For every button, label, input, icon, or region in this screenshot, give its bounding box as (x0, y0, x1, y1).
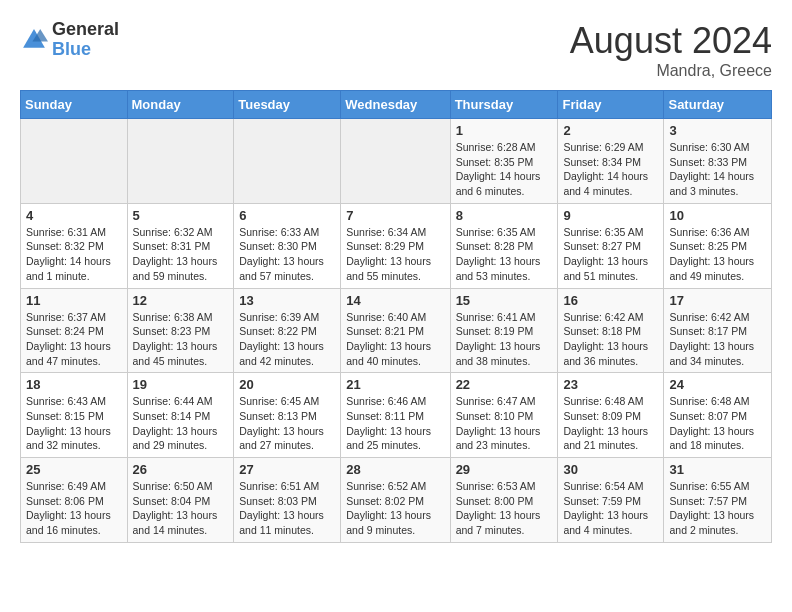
calendar-cell: 29Sunrise: 6:53 AM Sunset: 8:00 PM Dayli… (450, 458, 558, 543)
calendar-week-1: 1Sunrise: 6:28 AM Sunset: 8:35 PM Daylig… (21, 119, 772, 204)
calendar-cell (341, 119, 450, 204)
day-number: 5 (133, 208, 229, 223)
logo-blue: Blue (52, 40, 119, 60)
day-number: 11 (26, 293, 122, 308)
calendar-body: 1Sunrise: 6:28 AM Sunset: 8:35 PM Daylig… (21, 119, 772, 543)
calendar-header: Sunday Monday Tuesday Wednesday Thursday… (21, 91, 772, 119)
logo-icon (20, 26, 48, 54)
day-number: 29 (456, 462, 553, 477)
calendar-cell: 13Sunrise: 6:39 AM Sunset: 8:22 PM Dayli… (234, 288, 341, 373)
day-info: Sunrise: 6:44 AM Sunset: 8:14 PM Dayligh… (133, 394, 229, 453)
day-info: Sunrise: 6:39 AM Sunset: 8:22 PM Dayligh… (239, 310, 335, 369)
day-number: 30 (563, 462, 658, 477)
calendar-week-5: 25Sunrise: 6:49 AM Sunset: 8:06 PM Dayli… (21, 458, 772, 543)
calendar-cell: 11Sunrise: 6:37 AM Sunset: 8:24 PM Dayli… (21, 288, 128, 373)
day-number: 16 (563, 293, 658, 308)
day-info: Sunrise: 6:42 AM Sunset: 8:17 PM Dayligh… (669, 310, 766, 369)
day-info: Sunrise: 6:55 AM Sunset: 7:57 PM Dayligh… (669, 479, 766, 538)
calendar-cell: 9Sunrise: 6:35 AM Sunset: 8:27 PM Daylig… (558, 203, 664, 288)
page-header: General Blue August 2024 Mandra, Greece (20, 20, 772, 80)
day-info: Sunrise: 6:29 AM Sunset: 8:34 PM Dayligh… (563, 140, 658, 199)
day-info: Sunrise: 6:51 AM Sunset: 8:03 PM Dayligh… (239, 479, 335, 538)
day-info: Sunrise: 6:38 AM Sunset: 8:23 PM Dayligh… (133, 310, 229, 369)
calendar-cell: 1Sunrise: 6:28 AM Sunset: 8:35 PM Daylig… (450, 119, 558, 204)
logo-text: General Blue (52, 20, 119, 60)
calendar-cell: 26Sunrise: 6:50 AM Sunset: 8:04 PM Dayli… (127, 458, 234, 543)
calendar-cell: 20Sunrise: 6:45 AM Sunset: 8:13 PM Dayli… (234, 373, 341, 458)
day-number: 9 (563, 208, 658, 223)
day-info: Sunrise: 6:34 AM Sunset: 8:29 PM Dayligh… (346, 225, 444, 284)
calendar-cell: 25Sunrise: 6:49 AM Sunset: 8:06 PM Dayli… (21, 458, 128, 543)
day-number: 14 (346, 293, 444, 308)
day-info: Sunrise: 6:33 AM Sunset: 8:30 PM Dayligh… (239, 225, 335, 284)
calendar-cell: 31Sunrise: 6:55 AM Sunset: 7:57 PM Dayli… (664, 458, 772, 543)
day-info: Sunrise: 6:36 AM Sunset: 8:25 PM Dayligh… (669, 225, 766, 284)
calendar-cell: 30Sunrise: 6:54 AM Sunset: 7:59 PM Dayli… (558, 458, 664, 543)
day-info: Sunrise: 6:41 AM Sunset: 8:19 PM Dayligh… (456, 310, 553, 369)
day-number: 31 (669, 462, 766, 477)
calendar-cell: 7Sunrise: 6:34 AM Sunset: 8:29 PM Daylig… (341, 203, 450, 288)
calendar-cell: 16Sunrise: 6:42 AM Sunset: 8:18 PM Dayli… (558, 288, 664, 373)
day-number: 26 (133, 462, 229, 477)
day-number: 12 (133, 293, 229, 308)
calendar-cell: 23Sunrise: 6:48 AM Sunset: 8:09 PM Dayli… (558, 373, 664, 458)
calendar-week-3: 11Sunrise: 6:37 AM Sunset: 8:24 PM Dayli… (21, 288, 772, 373)
calendar-cell: 15Sunrise: 6:41 AM Sunset: 8:19 PM Dayli… (450, 288, 558, 373)
day-info: Sunrise: 6:49 AM Sunset: 8:06 PM Dayligh… (26, 479, 122, 538)
day-number: 8 (456, 208, 553, 223)
calendar-cell: 22Sunrise: 6:47 AM Sunset: 8:10 PM Dayli… (450, 373, 558, 458)
day-number: 6 (239, 208, 335, 223)
day-number: 18 (26, 377, 122, 392)
day-number: 25 (26, 462, 122, 477)
logo: General Blue (20, 20, 119, 60)
day-info: Sunrise: 6:28 AM Sunset: 8:35 PM Dayligh… (456, 140, 553, 199)
day-number: 19 (133, 377, 229, 392)
header-row: Sunday Monday Tuesday Wednesday Thursday… (21, 91, 772, 119)
calendar: Sunday Monday Tuesday Wednesday Thursday… (20, 90, 772, 543)
day-info: Sunrise: 6:43 AM Sunset: 8:15 PM Dayligh… (26, 394, 122, 453)
day-info: Sunrise: 6:48 AM Sunset: 8:09 PM Dayligh… (563, 394, 658, 453)
day-number: 15 (456, 293, 553, 308)
day-number: 22 (456, 377, 553, 392)
calendar-cell: 10Sunrise: 6:36 AM Sunset: 8:25 PM Dayli… (664, 203, 772, 288)
day-info: Sunrise: 6:30 AM Sunset: 8:33 PM Dayligh… (669, 140, 766, 199)
calendar-cell: 5Sunrise: 6:32 AM Sunset: 8:31 PM Daylig… (127, 203, 234, 288)
day-info: Sunrise: 6:35 AM Sunset: 8:28 PM Dayligh… (456, 225, 553, 284)
day-number: 1 (456, 123, 553, 138)
day-info: Sunrise: 6:53 AM Sunset: 8:00 PM Dayligh… (456, 479, 553, 538)
day-number: 21 (346, 377, 444, 392)
col-tuesday: Tuesday (234, 91, 341, 119)
month-year: August 2024 (570, 20, 772, 62)
day-info: Sunrise: 6:54 AM Sunset: 7:59 PM Dayligh… (563, 479, 658, 538)
day-info: Sunrise: 6:35 AM Sunset: 8:27 PM Dayligh… (563, 225, 658, 284)
day-number: 17 (669, 293, 766, 308)
day-info: Sunrise: 6:50 AM Sunset: 8:04 PM Dayligh… (133, 479, 229, 538)
day-number: 13 (239, 293, 335, 308)
day-number: 3 (669, 123, 766, 138)
day-number: 10 (669, 208, 766, 223)
calendar-cell: 27Sunrise: 6:51 AM Sunset: 8:03 PM Dayli… (234, 458, 341, 543)
title-block: August 2024 Mandra, Greece (570, 20, 772, 80)
col-monday: Monday (127, 91, 234, 119)
location: Mandra, Greece (570, 62, 772, 80)
col-sunday: Sunday (21, 91, 128, 119)
day-info: Sunrise: 6:37 AM Sunset: 8:24 PM Dayligh… (26, 310, 122, 369)
day-info: Sunrise: 6:45 AM Sunset: 8:13 PM Dayligh… (239, 394, 335, 453)
day-number: 7 (346, 208, 444, 223)
day-number: 28 (346, 462, 444, 477)
calendar-cell: 4Sunrise: 6:31 AM Sunset: 8:32 PM Daylig… (21, 203, 128, 288)
calendar-cell: 6Sunrise: 6:33 AM Sunset: 8:30 PM Daylig… (234, 203, 341, 288)
calendar-cell: 19Sunrise: 6:44 AM Sunset: 8:14 PM Dayli… (127, 373, 234, 458)
calendar-cell: 18Sunrise: 6:43 AM Sunset: 8:15 PM Dayli… (21, 373, 128, 458)
day-number: 24 (669, 377, 766, 392)
day-info: Sunrise: 6:32 AM Sunset: 8:31 PM Dayligh… (133, 225, 229, 284)
calendar-cell: 17Sunrise: 6:42 AM Sunset: 8:17 PM Dayli… (664, 288, 772, 373)
calendar-cell: 21Sunrise: 6:46 AM Sunset: 8:11 PM Dayli… (341, 373, 450, 458)
calendar-cell (21, 119, 128, 204)
calendar-cell: 28Sunrise: 6:52 AM Sunset: 8:02 PM Dayli… (341, 458, 450, 543)
col-saturday: Saturday (664, 91, 772, 119)
calendar-cell (127, 119, 234, 204)
day-number: 23 (563, 377, 658, 392)
calendar-cell: 12Sunrise: 6:38 AM Sunset: 8:23 PM Dayli… (127, 288, 234, 373)
calendar-cell: 24Sunrise: 6:48 AM Sunset: 8:07 PM Dayli… (664, 373, 772, 458)
